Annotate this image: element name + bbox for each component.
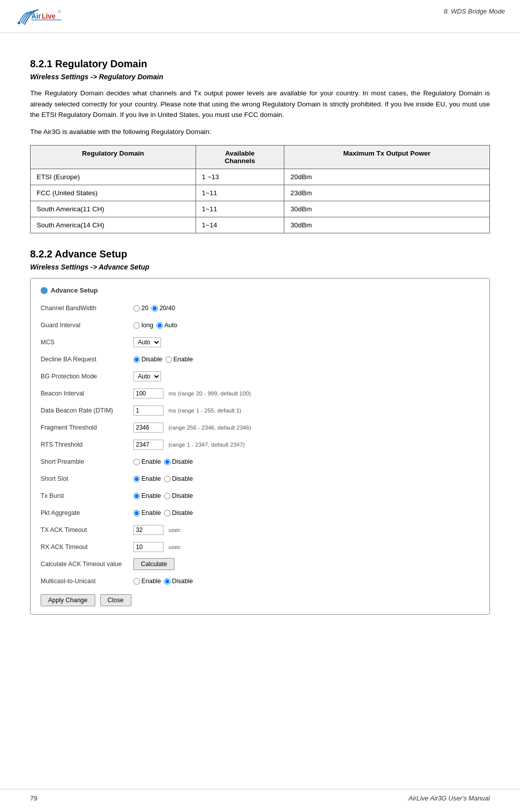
form-control: (range 256 - 2346, default 2346) [133, 423, 251, 433]
radio-item[interactable]: Disable [133, 356, 162, 363]
form-control: ms (range 20 - 999, default 100) [133, 388, 251, 398]
radio-input[interactable] [133, 356, 140, 363]
radio-item[interactable]: Enable [133, 492, 161, 499]
select-input[interactable]: Auto [133, 337, 161, 347]
hint-text: usec [168, 527, 181, 533]
radio-label: Disable [172, 509, 193, 516]
radio-item[interactable]: Disable [164, 458, 193, 465]
form-label: RTS Threshold [41, 441, 133, 448]
table-cell: FCC (United States) [31, 185, 196, 201]
form-row: RX ACK Timeoutusec [41, 541, 479, 553]
radio-label: 20 [141, 305, 148, 312]
radio-label: Enable [141, 458, 161, 465]
text-input[interactable] [133, 423, 163, 433]
table-cell: 1~11 [196, 201, 284, 217]
radio-input[interactable] [133, 510, 140, 516]
form-row: TX ACK Timeoutusec [41, 524, 479, 536]
page-header: Air Live ® 8. WDS Bridge Mode [0, 0, 520, 33]
form-rows-container: Channel BandWidth2020/40Guard Intervallo… [41, 302, 479, 587]
table-cell: South America(11 CH) [31, 201, 196, 217]
section-advance-setup: 8.2.2 Advance Setup Wireless Settings ->… [30, 248, 490, 615]
radio-item[interactable]: Enable [133, 458, 161, 465]
radio-item[interactable]: Enable [133, 475, 161, 482]
table-cell: 30dBm [284, 201, 490, 217]
form-control: EnableDisable [133, 492, 193, 499]
form-row: Decline BA RequestDisableEnable [41, 353, 479, 365]
form-row: MCSAuto [41, 336, 479, 348]
table-row: ETSI (Europe)1 ~1320dBm [31, 169, 490, 185]
select-input[interactable]: Auto [133, 371, 161, 381]
radio-input[interactable] [151, 305, 158, 312]
radio-input[interactable] [164, 476, 170, 482]
text-input[interactable] [133, 388, 163, 398]
radio-item[interactable]: 20/40 [151, 305, 175, 312]
form-control: EnableDisable [133, 458, 193, 465]
radio-label: Disable [172, 578, 193, 585]
advance-setup-panel: Advance Setup Channel BandWidth2020/40Gu… [30, 278, 490, 615]
apply-change-button[interactable]: Apply Change [41, 594, 95, 606]
radio-item[interactable]: Enable [133, 578, 161, 585]
table-header-domain: Regulatory Domain [31, 146, 196, 169]
form-label: Short Slot [41, 475, 133, 482]
radio-item[interactable]: Enable [133, 509, 161, 516]
logo-area: Air Live ® [15, 5, 75, 30]
radio-input[interactable] [164, 510, 170, 516]
table-cell: ETSI (Europe) [31, 169, 196, 185]
table-row: FCC (United States)1~1123dBm [31, 185, 490, 201]
form-row: BG Protection ModeAuto [41, 370, 479, 382]
form-control: usec [133, 525, 181, 535]
radio-input[interactable] [133, 493, 140, 499]
form-row: Pkt AggregateEnableDisable [41, 507, 479, 519]
radio-item[interactable]: Disable [164, 578, 193, 585]
calculate-button[interactable]: Calculate [133, 558, 175, 570]
svg-text:®: ® [58, 10, 61, 14]
form-control: 2020/40 [133, 305, 175, 312]
form-control: Calculate [133, 558, 175, 570]
form-row: Guard IntervallongAuto [41, 319, 479, 331]
table-cell: 1~14 [196, 217, 284, 233]
regulatory-table: Regulatory Domain AvailableChannels Maxi… [30, 145, 490, 233]
radio-input[interactable] [133, 322, 140, 329]
form-control: usec [133, 542, 181, 552]
form-label: Multicast-to-Unicast [41, 578, 133, 585]
radio-item[interactable]: Disable [164, 492, 193, 499]
form-label: RX ACK Timeout [41, 544, 133, 551]
radio-label: Enable [174, 356, 193, 363]
form-label: Pkt Aggregate [41, 509, 133, 516]
table-cell: 30dBm [284, 217, 490, 233]
radio-input[interactable] [164, 459, 170, 465]
radio-label: Disable [141, 356, 162, 363]
radio-item[interactable]: 20 [133, 305, 148, 312]
airlive-logo: Air Live ® [15, 5, 75, 30]
close-button[interactable]: Close [100, 594, 131, 606]
radio-item[interactable]: Auto [156, 322, 178, 329]
radio-label: Disable [172, 492, 193, 499]
form-row: Calculate ACK Timeout valueCalculate [41, 558, 479, 570]
form-label: Tx Burst [41, 492, 133, 499]
radio-input[interactable] [164, 493, 170, 499]
radio-input[interactable] [164, 578, 170, 585]
radio-input[interactable] [133, 578, 140, 585]
radio-input[interactable] [133, 305, 140, 312]
form-row: Tx BurstEnableDisable [41, 490, 479, 502]
table-cell: 23dBm [284, 185, 490, 201]
radio-input[interactable] [133, 476, 140, 482]
section-regulatory-domain: 8.2.1 Regulatory Domain Wireless Setting… [30, 58, 490, 233]
section-title-8-2-2: 8.2.2 Advance Setup [30, 248, 490, 260]
radio-item[interactable]: Disable [164, 475, 193, 482]
radio-item[interactable]: long [133, 322, 153, 329]
radio-item[interactable]: Disable [164, 509, 193, 516]
radio-label: Enable [141, 509, 161, 516]
radio-item[interactable]: Enable [165, 356, 193, 363]
text-input[interactable] [133, 440, 163, 450]
radio-input[interactable] [165, 356, 172, 363]
form-label: TX ACK Timeout [41, 526, 133, 533]
text-input[interactable] [133, 405, 163, 416]
form-label: BG Protection Mode [41, 373, 133, 380]
text-input[interactable] [133, 525, 163, 535]
table-row: South America(14 CH)1~1430dBm [31, 217, 490, 233]
hint-text: ms (range 1 - 255, default 1) [168, 408, 241, 414]
text-input[interactable] [133, 542, 163, 552]
radio-input[interactable] [156, 322, 163, 329]
radio-input[interactable] [133, 459, 140, 465]
